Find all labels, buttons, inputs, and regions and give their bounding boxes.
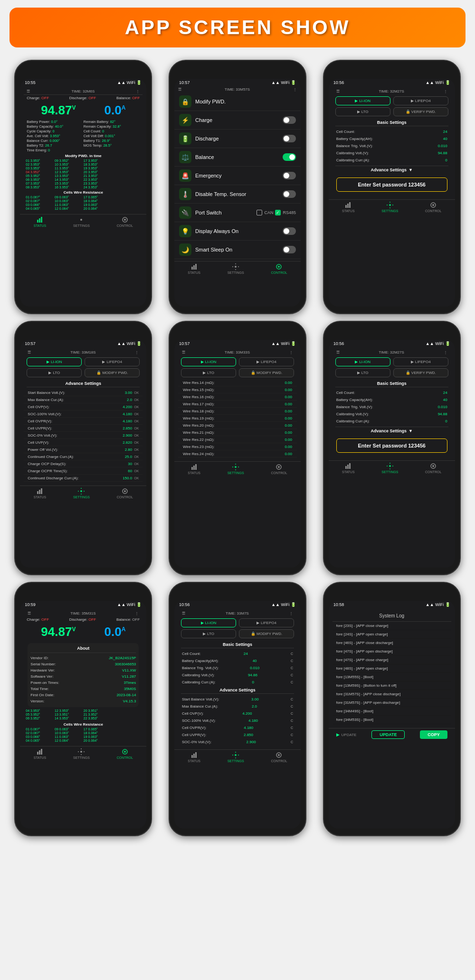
tab-settings-2[interactable]: SETTINGS [228,263,244,274]
menu-icon-4[interactable]: ☰ [28,350,31,355]
more-icon-8[interactable]: ⋮ [289,611,293,616]
tab-control-6[interactable]: CONTROL [425,463,441,474]
menu-smart-sleep[interactable]: 🌙 Smart Sleep On [174,241,301,259]
tab-lifepo4-6[interactable]: ▶ LIFEPO4 [393,357,448,366]
toggle-temp[interactable] [283,190,296,198]
phone-5: 10:57 ▲▲ WiFi 🔋 ☰ TIME: 33M33S ⋮ ▶ LI-IO… [164,321,312,575]
advance-header-3: Advance Settings ▼ [335,166,448,174]
bottom-tabs-2: STATUS SETTINGS CONTROL [174,261,301,275]
tab-lifepo4-4[interactable]: ▶ LIFEPO4 [85,357,140,366]
tab-verify-6[interactable]: 🔒 VERIFY PWD. [393,368,448,377]
menu-icon-6[interactable]: ☰ [336,350,340,355]
tab-control-5[interactable]: CONTROL [271,464,287,475]
copy-button[interactable]: COPY [420,730,447,739]
menu-icon-2[interactable]: ☰ [178,87,181,92]
tab-settings-8[interactable]: SETTINGS [228,752,244,763]
more-icon-7[interactable]: ⋮ [135,611,139,616]
bottom-tabs-6: STATUS SETTINGS CONTROL [329,460,455,475]
tab-control-1[interactable]: CONTROL [117,216,133,227]
tab-status-1[interactable]: STATUS [34,216,47,227]
tab-modify-4[interactable]: 🔒 MODIFY PWD. [85,368,140,377]
tab-lto-8[interactable]: ▶ LTO [181,629,236,638]
password-box-6[interactable]: Enter Set password 123456 [336,439,447,453]
tab-liion-4[interactable]: ▶ LI-ION [27,357,82,366]
tab-lto-5[interactable]: ▶ LTO [181,368,236,377]
toggle-sleep[interactable] [283,246,296,253]
svg-rect-44 [195,752,197,758]
menu-discharge[interactable]: 🔋 Discharge [174,130,301,148]
tab-status-6[interactable]: STATUS [342,463,355,474]
log-entry-11: fore [34M49S] - [Boot] [332,707,451,716]
tab-liion-3[interactable]: ▶ LI-ION [335,96,390,105]
tab-liion-8[interactable]: ▶ LI-ION [181,618,236,627]
tab-control-4[interactable]: CONTROL [117,488,133,499]
tab-settings-6[interactable]: SETTINGS [381,463,398,474]
screen-time-6: TIME: 32M27S [379,350,404,355]
svg-rect-12 [345,205,347,208]
tab-status-2[interactable]: STATUS [188,263,200,274]
checkbox-can[interactable] [256,210,262,215]
tab-status-4[interactable]: STATUS [34,488,47,499]
tab-lifepo4-3[interactable]: ▶ LIFEPO4 [393,96,448,105]
status-bar-1: 10:55 ▲▲ WiFi 🔋 [20,79,146,86]
tab-control-3[interactable]: CONTROL [425,202,441,213]
tab-lto-4[interactable]: ▶ LTO [27,368,82,377]
tab-settings-7[interactable]: SETTINGS [73,748,90,759]
tab-lifepo4-8[interactable]: ▶ LIFEPO4 [239,618,294,627]
toggle-display[interactable] [283,227,296,235]
menu-emergency[interactable]: 🚨 Emergency [174,167,301,185]
tab-settings-1[interactable]: SETTINGS [73,216,90,227]
menu-disable-temp[interactable]: 🌡️ Disable Temp. Sensor [174,185,301,204]
tab-control-8[interactable]: CONTROL [271,752,287,763]
tab-liion-6[interactable]: ▶ LI-ION [335,357,390,366]
menu-display-always[interactable]: 💡 Display Always On [174,222,301,241]
tab-lto-3[interactable]: ▶ LTO [335,107,390,116]
menu-charge[interactable]: ⚡ Charge [174,111,301,130]
phone-notch-6 [373,328,411,338]
menu-port-switch[interactable]: 🔌 Port Switch CAN ✓ RS485 [174,204,301,222]
tab-modify-5[interactable]: 🔒 MODIFY PWD. [239,368,294,377]
more-icon-3[interactable]: ⋮ [444,89,447,93]
toggle-emergency[interactable] [283,172,296,179]
tab-verify-3[interactable]: 🔒 VERIFY PWD. [393,107,448,116]
update-button[interactable]: UPDATE [371,730,405,739]
tab-liion-5[interactable]: ▶ LI-ION [181,357,236,366]
menu-icon-8[interactable]: ☰ [182,611,185,616]
tab-control-7[interactable]: CONTROL [117,748,133,759]
tab-settings-3[interactable]: SETTINGS [381,202,398,213]
more-icon-6[interactable]: ⋮ [444,350,447,355]
tab-status-8[interactable]: STATUS [188,752,200,763]
more-icon-1[interactable]: ⋮ [136,89,140,93]
toggle-balance[interactable] [283,153,296,161]
svg-rect-19 [39,490,40,494]
more-icon-5[interactable]: ⋮ [289,350,293,355]
tab-control-2[interactable]: CONTROL [271,263,287,274]
advance-title-4: Advance Settings [27,379,140,387]
log-entry-9: fore [31M57S] - [APP close discharge] [332,690,451,699]
menu-icon-1[interactable]: ☰ [27,89,30,93]
more-icon-4[interactable]: ⋮ [135,350,139,355]
tab-lto-6[interactable]: ▶ LTO [335,368,390,377]
more-icon-2[interactable]: ⋮ [293,87,297,92]
phone-9: 10:58 ▲▲ WiFi 🔋 System Log fore [23S] - … [318,582,466,836]
menu-modify-pwd[interactable]: 🔒 Modify PWD. [174,93,301,111]
toggle-charge[interactable] [283,116,296,124]
svg-rect-25 [193,466,195,470]
menu-icon-5[interactable]: ☰ [182,350,185,355]
toggle-discharge[interactable] [283,135,296,142]
checkbox-rs485[interactable]: ✓ [275,210,281,215]
menu-balance[interactable]: ⚖️ Balance [174,148,301,167]
tab-modify-8[interactable]: 🔒 MODIFY PWD. [239,629,294,638]
menu-icon-3[interactable]: ☰ [336,89,340,93]
tab-status-7[interactable]: STATUS [34,748,47,759]
menu-icon-7[interactable]: ☰ [28,611,31,616]
tab-status-3[interactable]: STATUS [342,202,355,213]
tab-status-5[interactable]: STATUS [188,464,200,475]
bottom-tabs-4: STATUS SETTINGS CONTROL [20,485,146,500]
svg-rect-13 [347,204,349,208]
tab-lifepo4-5[interactable]: ▶ LIFEPO4 [239,357,294,366]
password-box-3[interactable]: Enter Set password 123456 [336,177,447,192]
svg-rect-8 [195,264,197,270]
tab-settings-4[interactable]: SETTINGS [73,488,90,499]
tab-settings-5[interactable]: SETTINGS [228,464,244,475]
